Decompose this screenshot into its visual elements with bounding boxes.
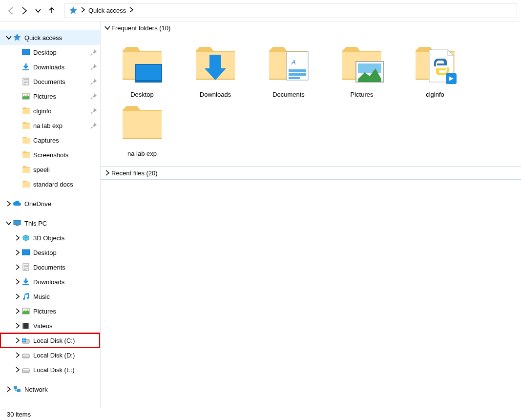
tree-item[interactable]: Documents xyxy=(0,260,100,274)
tree-label: Network xyxy=(24,386,97,393)
folder-icon xyxy=(192,41,239,88)
tree-item[interactable]: Downloads xyxy=(0,60,100,74)
chevron-right-icon[interactable] xyxy=(14,352,21,358)
chevron-right-icon[interactable] xyxy=(14,337,21,344)
folder-tile[interactable]: A Documents xyxy=(257,41,320,98)
folder-tile[interactable]: clginfo xyxy=(403,41,467,98)
tree-item[interactable]: Local Disk (C:) xyxy=(0,333,100,348)
chevron-right-icon[interactable] xyxy=(14,264,21,271)
chevron-right-icon[interactable] xyxy=(14,293,21,300)
tree-item-this-pc[interactable]: This PC xyxy=(0,216,100,231)
folder-tile[interactable]: Downloads xyxy=(184,41,247,98)
folder-label: Pictures xyxy=(351,91,374,98)
address-location[interactable]: Quick access xyxy=(88,7,126,14)
navigation-pane[interactable]: Quick access Desktop Downloads Documents… xyxy=(0,21,101,408)
tree-item[interactable]: na lab exp xyxy=(0,118,100,133)
folder-label: Downloads xyxy=(200,91,231,98)
tree-item[interactable]: Desktop xyxy=(0,245,100,260)
chevron-down-icon[interactable] xyxy=(5,34,13,41)
chevron-right-icon[interactable] xyxy=(104,169,111,176)
chevron-right-icon[interactable] xyxy=(14,366,21,373)
item-icon xyxy=(21,277,30,286)
chevron-right-icon xyxy=(128,6,135,15)
chevron-down-icon[interactable] xyxy=(5,220,13,227)
tree-item[interactable]: Screenshots xyxy=(0,147,100,162)
nav-forward-button[interactable] xyxy=(18,4,31,18)
tree-item[interactable]: Pictures xyxy=(0,89,100,104)
tree-label: OneDrive xyxy=(24,200,97,208)
nav-up-button[interactable] xyxy=(45,4,59,18)
divider xyxy=(101,179,521,180)
nav-back-button[interactable] xyxy=(4,4,18,18)
item-icon xyxy=(21,248,30,257)
tree-item[interactable]: Local Disk (E:) xyxy=(0,362,100,377)
pin-icon xyxy=(90,49,97,56)
tree-item[interactable]: Pictures xyxy=(0,304,100,318)
item-icon xyxy=(21,136,30,145)
folder-label: Desktop xyxy=(130,91,154,98)
tree-item-network[interactable]: Network xyxy=(0,382,100,397)
folder-icon xyxy=(338,41,385,88)
item-icon xyxy=(21,150,30,159)
chevron-right-icon[interactable] xyxy=(14,308,21,315)
tree-item-quick-access[interactable]: Quick access xyxy=(0,30,100,45)
tree-label: Desktop xyxy=(33,249,97,256)
status-item-count: 30 items xyxy=(7,411,31,418)
svg-rect-24 xyxy=(358,63,381,73)
pin-icon xyxy=(90,107,97,114)
toolbar: Quick access xyxy=(0,0,521,21)
tree-label: clginfo xyxy=(33,107,90,115)
chevron-right-icon[interactable] xyxy=(14,249,21,256)
content-pane: Frequent folders (10) Desktop Downloads … xyxy=(101,21,521,408)
svg-text:A: A xyxy=(291,59,296,66)
item-icon xyxy=(21,321,30,330)
frequent-folders-grid: Desktop Downloads A Documents Pictures xyxy=(101,34,521,166)
nav-history-button[interactable] xyxy=(31,4,45,18)
tree-item-onedrive[interactable]: OneDrive xyxy=(0,196,100,211)
tree-item[interactable]: Documents xyxy=(0,74,100,89)
tree-item[interactable]: clginfo xyxy=(0,104,100,118)
svg-rect-18 xyxy=(287,52,308,80)
svg-rect-20 xyxy=(289,69,306,72)
item-icon xyxy=(21,106,30,115)
item-icon xyxy=(21,48,30,57)
chevron-down-icon[interactable] xyxy=(104,24,111,31)
tree-item[interactable]: standard docs xyxy=(0,177,100,191)
star-icon xyxy=(13,33,21,42)
section-header-frequent[interactable]: Frequent folders (10) xyxy=(101,21,521,34)
section-header-recent[interactable]: Recent files (20) xyxy=(101,167,521,179)
tree-item[interactable]: Music xyxy=(0,289,100,304)
tree-label: na lab exp xyxy=(33,122,90,129)
chevron-right-icon[interactable] xyxy=(14,234,21,241)
folder-tile[interactable]: na lab exp xyxy=(110,100,174,157)
star-icon xyxy=(69,6,78,15)
tree-label: Pictures xyxy=(33,308,97,315)
tree-label: Downloads xyxy=(33,278,97,286)
tree-item[interactable]: Desktop xyxy=(0,45,100,60)
svg-rect-21 xyxy=(289,73,306,76)
folder-tile[interactable]: Pictures xyxy=(330,41,394,98)
chevron-right-icon[interactable] xyxy=(5,200,13,207)
svg-rect-16 xyxy=(135,64,162,82)
tree-item[interactable]: Local Disk (D:) xyxy=(0,348,100,362)
item-icon xyxy=(21,307,30,315)
item-icon xyxy=(21,263,30,272)
tree-label: speeli xyxy=(33,166,97,173)
tree-item[interactable]: Captures xyxy=(0,133,100,147)
chevron-right-icon[interactable] xyxy=(5,386,13,393)
status-bar: 30 items xyxy=(0,408,521,420)
svg-rect-22 xyxy=(289,77,300,79)
tree-item[interactable]: 3D Objects xyxy=(0,231,100,245)
chevron-right-icon[interactable] xyxy=(14,278,21,285)
tree-label: Documents xyxy=(33,264,97,271)
address-bar[interactable]: Quick access xyxy=(64,3,517,18)
folder-tile[interactable]: Desktop xyxy=(110,41,174,98)
cloud-icon xyxy=(13,199,21,208)
item-icon xyxy=(21,292,30,301)
item-icon xyxy=(21,365,30,374)
tree-item[interactable]: speeli xyxy=(0,162,100,177)
tree-item[interactable]: Videos xyxy=(0,318,100,333)
tree-item[interactable]: Downloads xyxy=(0,274,100,289)
chevron-right-icon[interactable] xyxy=(14,322,21,329)
folder-label: Documents xyxy=(272,91,305,98)
